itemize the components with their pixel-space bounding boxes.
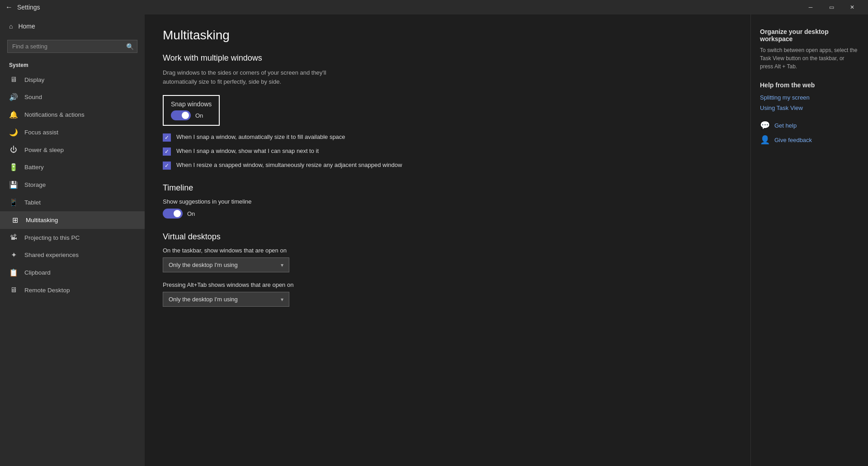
- rp-organize-title: Organize your desktop workspace: [760, 28, 859, 43]
- storage-icon: 💾: [9, 181, 18, 189]
- alttab-chevron-icon: ▾: [281, 296, 283, 303]
- shared-icon: ✦: [9, 251, 18, 259]
- sidebar-item-clipboard[interactable]: 📋 Clipboard: [0, 264, 145, 281]
- give-feedback-label: Give feedback: [774, 137, 812, 143]
- timeline-toggle-row: On: [163, 209, 732, 219]
- back-button[interactable]: ←: [5, 3, 13, 11]
- timeline-toggle-state: On: [187, 210, 195, 217]
- app-title: Settings: [17, 4, 40, 11]
- checkbox-row-1: ✓ When I snap a window, automatically si…: [163, 133, 732, 142]
- search-icon: 🔍: [126, 43, 134, 50]
- checkbox-1[interactable]: ✓: [163, 133, 171, 142]
- rp-link-splitting[interactable]: Splitting my screen: [760, 94, 859, 101]
- checkbox-3[interactable]: ✓: [163, 162, 171, 170]
- search-container: 🔍: [7, 40, 137, 53]
- search-input[interactable]: [7, 40, 137, 53]
- sidebar-item-label: Power & sleep: [24, 147, 64, 153]
- home-icon: ⌂: [9, 23, 13, 30]
- sidebar-item-focus[interactable]: 🌙 Focus assist: [0, 124, 145, 141]
- projecting-icon: 📽: [9, 233, 18, 242]
- sidebar-item-home[interactable]: ⌂ Home: [0, 14, 145, 38]
- taskbar-dropdown-label: On the taskbar, show windows that are op…: [163, 247, 732, 254]
- minimize-button[interactable]: ─: [800, 0, 821, 14]
- checkbox-2-text: When I snap a window, show what I can sn…: [176, 147, 319, 155]
- sidebar: ⌂ Home 🔍 System 🖥 Display 🔊 Sound 🔔 Noti…: [0, 14, 145, 466]
- get-help-label: Get help: [774, 122, 797, 129]
- timeline-knob: [174, 210, 181, 217]
- checkbox-2[interactable]: ✓: [163, 147, 171, 156]
- app-body: ⌂ Home 🔍 System 🖥 Display 🔊 Sound 🔔 Noti…: [0, 14, 868, 466]
- help-icon: 💬: [760, 120, 770, 130]
- sidebar-item-label: Tablet: [24, 199, 41, 206]
- close-button[interactable]: ✕: [842, 0, 863, 14]
- sidebar-item-sound[interactable]: 🔊 Sound: [0, 88, 145, 106]
- rp-organize-desc: To switch between open apps, select the …: [760, 46, 859, 71]
- battery-icon: 🔋: [9, 163, 18, 171]
- sidebar-item-projecting[interactable]: 📽 Projecting to this PC: [0, 229, 145, 246]
- sidebar-item-battery[interactable]: 🔋 Battery: [0, 158, 145, 176]
- give-feedback-link[interactable]: 👤 Give feedback: [760, 135, 859, 145]
- sidebar-item-label: Shared experiences: [24, 252, 79, 258]
- sidebar-item-label: Sound: [24, 94, 42, 100]
- alttab-dropdown-row: Pressing Alt+Tab shows windows that are …: [163, 281, 732, 307]
- timeline-toggle-label: Show suggestions in your timeline: [163, 198, 732, 205]
- feedback-icon: 👤: [760, 135, 770, 145]
- snap-toggle[interactable]: [171, 110, 191, 120]
- sidebar-item-display[interactable]: 🖥 Display: [0, 71, 145, 88]
- checkbox-row-2: ✓ When I snap a window, show what I can …: [163, 147, 732, 156]
- taskbar-dropdown-value: Only the desktop I'm using: [169, 262, 238, 268]
- sidebar-item-label: Projecting to this PC: [24, 234, 80, 241]
- taskbar-chevron-icon: ▾: [281, 262, 283, 268]
- power-icon: ⏻: [9, 146, 18, 154]
- titlebar: ← Settings ─ ▭ ✕: [0, 0, 868, 14]
- timeline-section-title: Timeline: [163, 183, 732, 193]
- alttab-dropdown-label: Pressing Alt+Tab shows windows that are …: [163, 281, 732, 288]
- sound-icon: 🔊: [9, 93, 18, 101]
- sidebar-item-storage[interactable]: 💾 Storage: [0, 176, 145, 194]
- toggle-knob: [182, 112, 189, 119]
- timeline-toggle[interactable]: [163, 209, 183, 219]
- display-icon: 🖥: [9, 76, 18, 84]
- get-help-link[interactable]: 💬 Get help: [760, 120, 859, 130]
- sidebar-item-label: Notifications & actions: [24, 111, 85, 118]
- checkbox-1-text: When I snap a window, automatically size…: [176, 133, 345, 141]
- sidebar-item-notifications[interactable]: 🔔 Notifications & actions: [0, 106, 145, 124]
- alttab-dropdown[interactable]: Only the desktop I'm using ▾: [163, 292, 289, 307]
- taskbar-dropdown-row: On the taskbar, show windows that are op…: [163, 247, 732, 272]
- restore-button[interactable]: ▭: [821, 0, 842, 14]
- checkboxes-group: ✓ When I snap a window, automatically si…: [163, 133, 732, 170]
- rp-help-title: Help from the web: [760, 81, 859, 89]
- sidebar-item-label: Remote Desktop: [24, 287, 70, 294]
- right-panel: Organize your desktop workspace To switc…: [750, 14, 868, 466]
- home-label: Home: [18, 23, 35, 30]
- notifications-icon: 🔔: [9, 110, 18, 119]
- sidebar-item-label: Focus assist: [24, 129, 58, 136]
- snap-toggle-row: On: [171, 110, 212, 120]
- remote-icon: 🖥: [9, 286, 18, 294]
- tablet-icon: 📱: [9, 198, 18, 207]
- sidebar-item-label: Display: [24, 76, 44, 83]
- sidebar-item-remote[interactable]: 🖥 Remote Desktop: [0, 281, 145, 299]
- work-section-title: Work with multiple windows: [163, 53, 732, 63]
- focus-icon: 🌙: [9, 128, 18, 137]
- clipboard-icon: 📋: [9, 268, 18, 277]
- sidebar-item-power[interactable]: ⏻ Power & sleep: [0, 141, 145, 158]
- sidebar-item-tablet[interactable]: 📱 Tablet: [0, 194, 145, 211]
- work-section-desc: Drag windows to the sides or corners of …: [163, 68, 732, 86]
- rp-link-taskview[interactable]: Using Task View: [760, 105, 859, 111]
- sidebar-item-shared[interactable]: ✦ Shared experiences: [0, 246, 145, 264]
- checkbox-3-text: When I resize a snapped window, simultan…: [176, 161, 402, 169]
- checkbox-row-3: ✓ When I resize a snapped window, simult…: [163, 161, 732, 170]
- taskbar-dropdown[interactable]: Only the desktop I'm using ▾: [163, 257, 289, 272]
- rp-actions: 💬 Get help 👤 Give feedback: [760, 120, 859, 145]
- sidebar-item-label: Storage: [24, 181, 46, 188]
- sidebar-item-label: Clipboard: [24, 269, 51, 276]
- page-title: Multitasking: [163, 28, 732, 43]
- snap-windows-box: Snap windows On: [163, 95, 220, 126]
- main-content: Multitasking Work with multiple windows …: [145, 14, 750, 466]
- multitasking-icon: ⊞: [10, 216, 19, 224]
- window-controls: ─ ▭ ✕: [800, 0, 863, 14]
- virtual-desktops-title: Virtual desktops: [163, 232, 732, 242]
- sidebar-item-multitasking[interactable]: ⊞ Multitasking: [0, 211, 145, 229]
- snap-label: Snap windows: [171, 100, 212, 108]
